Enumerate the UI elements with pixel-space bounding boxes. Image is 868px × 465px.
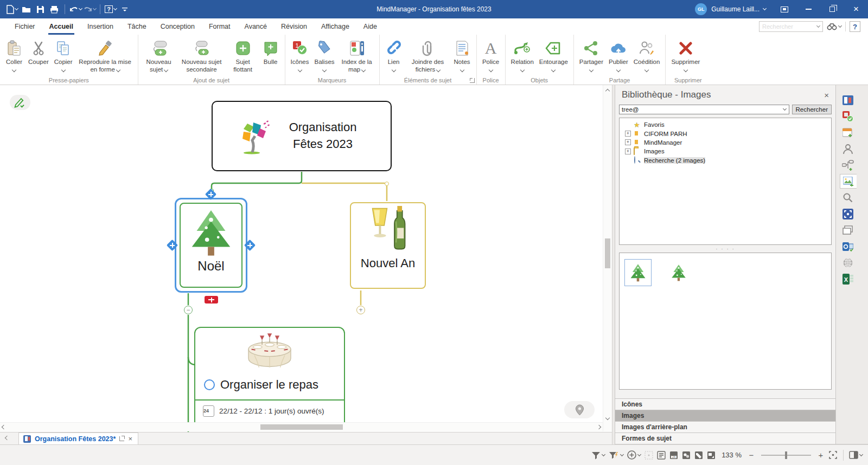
nouveau-sujet-chevron-icon[interactable] <box>164 67 168 72</box>
result-tree-image-1[interactable] <box>624 259 652 286</box>
insert-topic-handle-top[interactable] <box>205 189 216 200</box>
joindre-des-fichiers-button[interactable]: Joindre des fichiers <box>405 38 451 74</box>
fit-map-button[interactable] <box>828 450 838 460</box>
police-chevron-icon[interactable] <box>488 67 493 72</box>
add-view-button[interactable] <box>627 450 641 460</box>
mindmanager-pane-icon[interactable] <box>840 93 856 107</box>
web-pane-icon[interactable] <box>840 255 856 270</box>
tab-revision[interactable]: Révision <box>274 18 314 35</box>
tree-item-ciform-parh[interactable]: + CIFORM PARH <box>620 129 831 138</box>
panel-close-icon[interactable]: × <box>824 91 829 99</box>
coedition-chevron-icon[interactable] <box>644 67 649 72</box>
outline-view-button[interactable] <box>657 451 666 460</box>
expand-icon[interactable]: + <box>625 139 631 145</box>
tab-avance[interactable]: Avancé <box>238 18 274 35</box>
partager-button[interactable]: Partager <box>577 38 606 73</box>
outlook-pane-icon[interactable] <box>840 239 856 254</box>
vertical-scroll-thumb[interactable] <box>605 238 610 268</box>
insert-topic-handle-left[interactable] <box>167 240 178 251</box>
icones-chevron-icon[interactable] <box>297 67 302 72</box>
tab-aide[interactable]: Aide <box>356 18 384 35</box>
reproduire-chevron-icon[interactable] <box>116 67 120 72</box>
document-tab[interactable]: Organisation Fêtes 2023* × <box>18 432 138 445</box>
relation-button[interactable]: Relation <box>508 38 537 73</box>
save-button[interactable] <box>34 2 47 16</box>
noel-topic-label[interactable]: Noël <box>197 259 224 274</box>
search-pane-icon[interactable] <box>840 190 856 205</box>
coediting-status-indicator[interactable] <box>10 95 30 110</box>
excel-pane-icon[interactable]: X <box>840 272 856 286</box>
spreadsheet-view-button[interactable] <box>644 451 653 460</box>
popout-icon[interactable] <box>119 436 124 441</box>
nouvel-an-topic-label[interactable]: Nouvel An <box>361 256 415 270</box>
rechercher-button[interactable]: Rechercher <box>792 105 832 114</box>
horizontal-scrollbar[interactable] <box>0 422 603 431</box>
ribbon-search-input[interactable] <box>760 23 817 30</box>
tab-accueil[interactable]: Accueil <box>42 18 80 35</box>
reproduire-mise-en-forme-button[interactable]: Reproduire la mise en forme <box>75 38 135 74</box>
print-button[interactable] <box>48 2 61 16</box>
copier-button[interactable]: Copier <box>52 38 75 73</box>
combo-dropdown-icon[interactable] <box>783 107 787 111</box>
tab-images-arriere-plan[interactable]: Images d'arrière-plan <box>615 421 835 432</box>
partager-chevron-icon[interactable] <box>589 67 593 72</box>
zoom-out-button[interactable]: − <box>748 450 755 460</box>
lien-chevron-icon[interactable] <box>391 67 395 72</box>
zoom-slider-handle[interactable] <box>785 451 787 459</box>
result-tree-image-2[interactable] <box>669 263 688 282</box>
minimize-button[interactable] <box>796 0 820 18</box>
repas-topic-label[interactable]: Organiser le repas <box>220 378 318 392</box>
tab-images[interactable]: Images <box>615 410 835 421</box>
coller-chevron-icon[interactable] <box>12 67 16 72</box>
scroll-left-arrow[interactable] <box>0 423 8 431</box>
joindre-chevron-icon[interactable] <box>436 67 441 72</box>
tab-fichier[interactable]: Fichier <box>8 18 42 35</box>
topic-noel[interactable]: Noël <box>180 203 242 288</box>
collapse-branch-button[interactable]: − <box>184 306 193 314</box>
root-topic[interactable]: Organisation Fêtes 2023 <box>212 101 392 171</box>
customize-qat-button[interactable] <box>118 2 131 16</box>
balance-view-button[interactable] <box>682 451 691 460</box>
filter-button[interactable] <box>591 451 605 460</box>
horizontal-scroll-thumb[interactable] <box>260 424 343 430</box>
power-filter-button[interactable] <box>609 451 623 460</box>
open-button[interactable] <box>20 2 33 16</box>
capture-pane-icon[interactable] <box>840 206 856 221</box>
insert-topic-handle-right[interactable] <box>244 240 256 251</box>
scroll-right-arrow[interactable] <box>595 423 603 431</box>
restore-button[interactable] <box>820 0 844 18</box>
tab-scroll-left-icon[interactable] <box>0 438 14 440</box>
image-results[interactable] <box>619 253 832 390</box>
tree-item-recherche[interactable]: Recherche (2 images) <box>620 156 831 165</box>
bulle-button[interactable]: Bulle <box>259 38 282 67</box>
police-button[interactable]: A Police <box>480 38 502 73</box>
library-search-combo[interactable] <box>619 105 789 114</box>
binoculars-button[interactable] <box>827 23 841 30</box>
gantt-view-button[interactable]: 24 <box>669 451 678 460</box>
publier-chevron-icon[interactable] <box>616 67 621 72</box>
tree-item-favoris[interactable]: ★ Favoris <box>620 120 831 129</box>
task-calendar-pane-icon[interactable] <box>840 125 856 140</box>
scroll-down-arrow[interactable] <box>604 414 611 422</box>
zoom-in-button[interactable]: + <box>817 450 825 460</box>
expand-icon[interactable]: + <box>625 131 631 137</box>
new-document-button[interactable] <box>5 2 18 16</box>
redo-chevron-icon[interactable] <box>92 7 96 10</box>
undo-chevron-icon[interactable] <box>78 7 82 10</box>
root-topic-label[interactable]: Organisation Fêtes 2023 <box>280 119 366 153</box>
supprimer-button[interactable]: Supprimer <box>668 38 703 73</box>
images-pane-icon[interactable] <box>840 174 857 189</box>
relation-chevron-icon[interactable] <box>520 67 524 72</box>
index-chevron-icon[interactable] <box>361 67 366 72</box>
sujet-flottant-button[interactable]: Sujet flottant <box>227 38 259 74</box>
library-folder-tree[interactable]: ★ Favoris + CIFORM PARH + MindManager + … <box>619 118 832 245</box>
resources-pane-icon[interactable] <box>840 141 856 156</box>
ribbon-search-box[interactable] <box>759 21 823 32</box>
tree-item-images[interactable]: + Images <box>620 147 831 156</box>
publier-button[interactable]: Publier <box>606 38 631 73</box>
balises-button[interactable]: Balises <box>312 38 337 73</box>
tags-view-button[interactable] <box>694 451 703 460</box>
help-chevron-icon[interactable] <box>113 7 117 10</box>
tab-close-icon[interactable]: × <box>128 435 132 442</box>
user-name[interactable]: Guillaume Laill... <box>711 5 760 13</box>
